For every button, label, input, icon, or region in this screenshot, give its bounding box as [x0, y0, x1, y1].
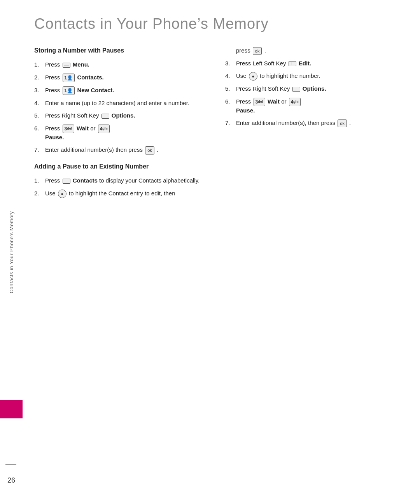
- right-step-5-number: 5.: [225, 84, 236, 93]
- step-6-pause: Pause.: [45, 134, 64, 140]
- right-step-6-number: 6.: [225, 97, 236, 115]
- sidebar-line: [5, 464, 16, 465]
- step-7-content: Enter additional number(s) then press ok…: [45, 146, 210, 155]
- step-6-content: Press 3def Wait or 4ghiPause.: [45, 124, 210, 142]
- right-step-6-pause: Pause.: [236, 107, 255, 114]
- key-1a-icon: 1👤: [63, 74, 75, 82]
- right-step-3-content: Press Left Soft Key Edit.: [236, 59, 401, 68]
- right-step-6: 6. Press 3def Wait or 4ghiPause.: [225, 97, 401, 115]
- right-step-4-content: Use ● to highlight the number.: [236, 72, 401, 81]
- add-step-2: 2. Use ● to highlight the Contact entry …: [34, 189, 210, 198]
- step-4-content: Enter a name (up to 22 characters) and e…: [45, 99, 210, 108]
- add-step-1-number: 1.: [34, 176, 45, 185]
- section2-heading: Adding a Pause to an Existing Number: [34, 162, 210, 171]
- right-soft-key-icon-1: [102, 114, 109, 119]
- col-left: Storing a Number with Pauses 1. Press Me…: [34, 46, 210, 488]
- right-step-3-bold: Edit.: [299, 60, 312, 67]
- step-1-bold: Menu.: [73, 61, 89, 68]
- add-step-2-number: 2.: [34, 189, 45, 198]
- key-4ghi-icon: 4ghi: [98, 125, 110, 133]
- ok-icon-3: ok: [338, 119, 347, 128]
- step-2-number: 2.: [34, 73, 45, 82]
- sidebar-accent: [0, 400, 23, 418]
- step-5-content: Press Right Soft Key Options.: [45, 111, 210, 120]
- step-1-content: Press Menu.: [45, 60, 210, 69]
- add-step-1-bold: Contacts: [73, 177, 98, 184]
- step-4-number: 4.: [34, 99, 45, 108]
- right-step-6-content: Press 3def Wait or 4ghiPause.: [236, 97, 401, 115]
- col-right: press ok . 3. Press Left Soft Key Edit. …: [225, 46, 401, 488]
- step-5: 5. Press Right Soft Key Options.: [34, 111, 210, 120]
- step-2-content: Press 1👤 Contacts.: [45, 73, 210, 82]
- right-step-5-content: Press Right Soft Key Options.: [236, 84, 401, 93]
- right-soft-key-icon-2: [63, 179, 70, 184]
- right-step-4-number: 4.: [225, 72, 236, 81]
- add-step-2-content: Use ● to highlight the Contact entry to …: [45, 189, 210, 198]
- right-step-3-number: 3.: [225, 59, 236, 68]
- step-5-number: 5.: [34, 111, 45, 120]
- step-6: 6. Press 3def Wait or 4ghiPause.: [34, 124, 210, 142]
- right-step-7-number: 7.: [225, 119, 236, 128]
- section1-heading: Storing a Number with Pauses: [34, 46, 210, 55]
- ok-icon-2: ok: [253, 47, 262, 55]
- right-cont-content: press ok .: [236, 46, 401, 55]
- key-3def-icon: 3def: [63, 125, 74, 133]
- right-step-7-content: Enter additional number(s), then press o…: [236, 119, 401, 128]
- step-1: 1. Press Menu.: [34, 60, 210, 69]
- page-title: Contacts in Your Phone’s Memory: [34, 16, 401, 32]
- step-6-number: 6.: [34, 124, 45, 142]
- step-7-number: 7.: [34, 146, 45, 155]
- step-3: 3. Press 1👤 New Contact.: [34, 86, 210, 95]
- step-5-bold: Options.: [112, 112, 135, 119]
- key-1b-icon: 1👤: [63, 86, 75, 95]
- step-6-wait: Wait: [77, 125, 89, 132]
- columns: Storing a Number with Pauses 1. Press Me…: [34, 46, 401, 488]
- right-step-7: 7. Enter additional number(s), then pres…: [225, 119, 401, 128]
- main-content: Contacts in Your Phone’s Memory Storing …: [23, 0, 420, 504]
- sidebar-text: Contacts in Your Phone’s Memory: [9, 211, 14, 293]
- key-3def-icon-2: 3def: [254, 98, 265, 106]
- step-2-bold: Contacts.: [77, 74, 103, 81]
- right-step-4: 4. Use ● to highlight the number.: [225, 72, 401, 81]
- step-3-bold: New Contact.: [77, 87, 114, 93]
- add-step-1-content: Press Contacts to display your Contacts …: [45, 176, 210, 185]
- step-2: 2. Press 1👤 Contacts.: [34, 73, 210, 82]
- nav-icon-2: ●: [249, 72, 257, 81]
- step-3-number: 3.: [34, 86, 45, 95]
- page-number: 26: [7, 476, 15, 485]
- right-soft-key-icon-3: [292, 87, 300, 92]
- right-step-5-bold: Options.: [303, 85, 326, 92]
- step-3-content: Press 1👤 New Contact.: [45, 86, 210, 95]
- step-4: 4. Enter a name (up to 22 characters) an…: [34, 99, 210, 108]
- step-7: 7. Enter additional number(s) then press…: [34, 146, 210, 155]
- right-cont-number: [225, 46, 236, 55]
- ok-icon-1: ok: [145, 146, 154, 155]
- add-step-1: 1. Press Contacts to display your Contac…: [34, 176, 210, 185]
- right-step-3: 3. Press Left Soft Key Edit.: [225, 59, 401, 68]
- left-soft-key-icon: [289, 61, 296, 66]
- step-1-number: 1.: [34, 60, 45, 69]
- nav-icon-1: ●: [58, 190, 66, 198]
- menu-key-icon: [63, 63, 70, 68]
- right-step-5: 5. Press Right Soft Key Options.: [225, 84, 401, 93]
- sidebar: Contacts in Your Phone’s Memory 26: [0, 0, 23, 504]
- page-container: Contacts in Your Phone’s Memory 26 Conta…: [0, 0, 420, 504]
- right-step-6-wait: Wait: [268, 98, 280, 105]
- key-4ghi-icon-2: 4ghi: [289, 98, 301, 106]
- right-continuation: press ok .: [225, 46, 401, 55]
